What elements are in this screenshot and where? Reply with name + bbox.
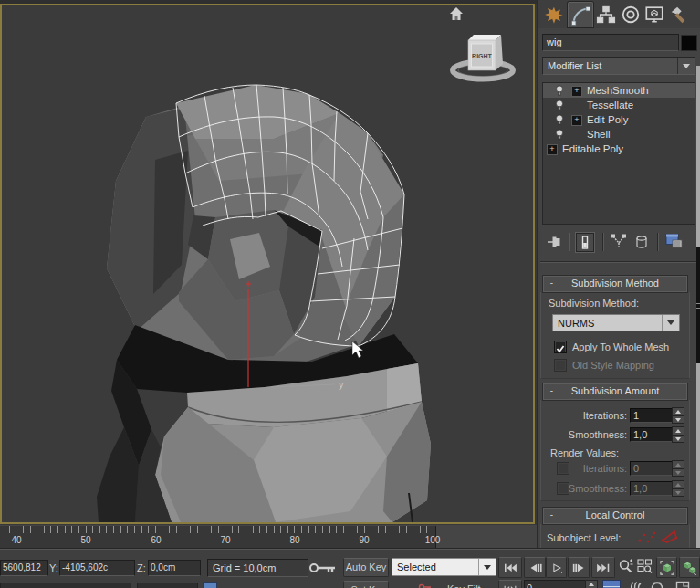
render-smoothness-spinner[interactable] [672,480,684,497]
lightbulb-icon[interactable] [555,85,564,96]
zoom-icon[interactable] [618,559,633,574]
stack-item-tessellate[interactable]: Tessellate [543,98,695,112]
motion-icon [621,5,641,25]
maximize-viewport-icon[interactable] [675,581,690,588]
x-coordinate-field[interactable]: 5600,812 [0,560,48,576]
show-end-result-button[interactable] [575,232,595,253]
panel-scrollbar-thumb[interactable] [696,247,700,363]
apply-to-whole-mesh-checkbox[interactable] [554,341,567,353]
expand-icon[interactable]: + [571,115,582,126]
frame-label: 60 [151,535,161,545]
panel-scrollbar[interactable] [696,66,700,549]
command-panel: wig Modifier List + MeshSmooth Tessellat… [537,0,700,549]
frame-label: 80 [289,535,299,545]
expand-icon[interactable]: + [547,144,558,155]
previous-frame-button[interactable] [524,557,546,578]
viewport-right[interactable]: y RIGHT [0,4,535,524]
rollout-header-subdivision-amount[interactable]: - Subdivision Amount [543,383,687,400]
stack-item-meshsmooth[interactable]: + MeshSmooth [543,83,695,98]
viewport-3d-scene[interactable]: y RIGHT [2,5,533,522]
modifier-list-dropdown[interactable]: Modifier List [542,57,695,75]
pan-icon[interactable] [628,581,643,588]
render-smoothness-field[interactable]: 1,0 [630,481,673,496]
old-style-mapping-checkbox[interactable] [554,359,567,372]
set-key-button[interactable]: Set Ke [343,581,389,588]
tab-create[interactable] [542,2,566,26]
display-icon [644,5,664,25]
utilities-icon [668,5,688,25]
iterations-spinner[interactable] [672,407,684,424]
tab-motion[interactable] [619,2,643,26]
z-coordinate-field[interactable]: 0,0cm [148,560,201,576]
set-key-icon[interactable] [308,561,338,576]
lightbulb-icon[interactable] [555,100,564,110]
tab-display[interactable] [643,2,666,26]
viewcube[interactable]: RIGHT [450,7,513,79]
subobject-face-icon[interactable] [660,529,680,545]
tab-utilities[interactable] [666,2,690,26]
frame-label: 90 [359,535,369,545]
render-iterations-spinner[interactable] [672,460,684,477]
collapse-icon[interactable]: - [548,279,556,288]
collapse-icon[interactable]: - [548,511,556,520]
rollout-subdivision-method: Subdivision Method: NURMS Apply To Whole… [540,292,690,379]
stack-item-shell[interactable]: Shell [543,127,695,142]
go-to-end-button[interactable] [591,557,615,578]
chevron-down-icon[interactable] [677,58,695,74]
stack-item-editable-poly[interactable]: + Editable Poly [543,142,695,156]
y-coordinate-label: Y: [49,562,58,573]
zoom-all-icon[interactable] [637,559,653,574]
mini-listener-pane[interactable] [137,583,198,588]
smoothness-field[interactable]: 1,0 [630,427,673,442]
iterations-field[interactable]: 1 [630,408,673,423]
lightbulb-icon[interactable] [555,114,564,125]
play-button[interactable] [546,557,567,578]
go-to-start-button[interactable] [498,557,522,578]
tab-hierarchy[interactable] [594,2,618,26]
y-coordinate-field[interactable]: -4105,602c [59,560,135,576]
viewcube-home-icon[interactable] [450,7,463,20]
current-frame-field[interactable]: 0 [524,580,588,588]
configure-modifier-sets-icon[interactable] [665,233,684,249]
object-color-swatch[interactable] [681,35,697,51]
selection-set-dropdown[interactable]: Selected [392,558,496,576]
render-iterations-field[interactable]: 0 [630,461,673,476]
lightbulb-icon[interactable] [555,129,564,140]
modifier-stack-list[interactable]: + MeshSmooth Tessellate + Edit Poly Shel… [542,82,695,225]
smoothness-spinner[interactable] [672,426,684,443]
remove-modifier-icon[interactable] [634,234,649,249]
zoom-extents-selected-button[interactable] [656,557,677,578]
stack-toolbar [538,228,700,257]
key-icon[interactable] [418,582,433,588]
frame-spinner[interactable] [585,580,598,588]
collapse-icon[interactable]: - [548,387,556,395]
next-frame-icon [572,562,586,573]
stack-item-edit-poly[interactable]: + Edit Poly [543,112,695,127]
viewport-layout-icon[interactable] [602,580,621,588]
orbit-icon[interactable] [650,581,664,588]
key-mode-toggle-button[interactable] [498,580,522,588]
chevron-down-icon[interactable] [478,559,496,575]
subdivision-method-dropdown[interactable]: NURMS [552,314,680,331]
maxscript-icon[interactable] [203,582,217,588]
make-unique-icon[interactable] [611,234,627,249]
svg-text:y: y [339,379,344,390]
go-to-end-icon [596,562,611,573]
expand-icon[interactable]: + [571,86,582,97]
modify-icon [570,5,590,26]
key-filters-button[interactable]: Key Filt [447,583,481,588]
mini-listener-pane[interactable] [0,583,131,588]
next-frame-button[interactable] [568,557,590,578]
zoom-extents-all-button[interactable] [679,557,700,578]
timeline-ruler[interactable]: 40 50 60 70 80 90 100 [0,525,537,549]
rollout-header-subdivision-method[interactable]: - Subdivision Method [543,276,687,292]
frame-label: 40 [11,535,21,545]
object-name-input[interactable]: wig [542,34,679,51]
auto-key-button[interactable]: Auto Key [343,558,389,577]
rollout-header-local-control[interactable]: - Local Control [543,508,687,524]
chevron-down-icon[interactable] [662,315,679,331]
pin-stack-icon[interactable] [547,235,563,249]
tab-modify[interactable] [568,2,593,27]
modifier-list-label: Modifier List [543,58,695,74]
subobject-vertex-icon[interactable] [636,530,658,545]
